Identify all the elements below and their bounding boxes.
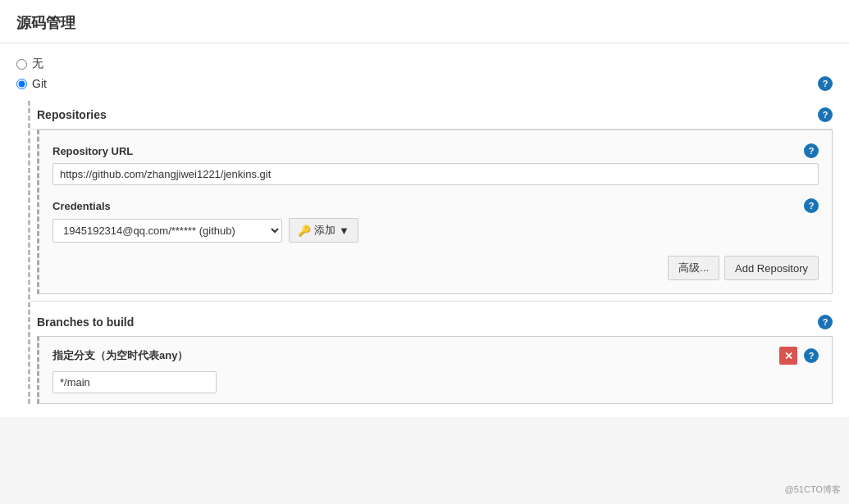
- radio-item-none[interactable]: 无: [16, 57, 833, 71]
- radio-item-git[interactable]: Git: [16, 77, 47, 90]
- repo-buttons-row: 高级... Add Repository: [52, 256, 819, 280]
- radio-git[interactable]: [16, 79, 27, 89]
- page-container: 源码管理 无 Git ? Repositories ?: [0, 0, 849, 417]
- git-help-icon[interactable]: ?: [818, 76, 833, 91]
- repositories-help-icon[interactable]: ?: [818, 107, 833, 122]
- branch-field-header: 指定分支（为空时代表any） ✕ ?: [52, 347, 819, 365]
- repositories-header: Repositories ?: [30, 101, 833, 129]
- scm-radio-group: 无 Git ?: [16, 57, 833, 91]
- repo-url-header: Repository URL ?: [52, 143, 819, 158]
- branch-help-icon[interactable]: ?: [804, 348, 819, 363]
- repo-url-help-icon[interactable]: ?: [804, 143, 819, 158]
- branches-title: Branches to build: [30, 316, 134, 329]
- branch-input[interactable]: [52, 371, 217, 393]
- repositories-title: Repositories: [30, 108, 107, 121]
- credentials-row: 1945192314@qq.com/****** (github) 🔑 添加 ▼: [52, 218, 819, 243]
- credentials-help-icon[interactable]: ?: [804, 198, 819, 213]
- branches-inner: 指定分支（为空时代表any） ✕ ?: [37, 336, 833, 404]
- branches-section: Branches to build ? 指定分支（为空时代表any） ✕ ?: [30, 301, 833, 404]
- delete-branch-button[interactable]: ✕: [779, 347, 797, 365]
- repo-url-group: Repository URL ?: [52, 143, 819, 185]
- branches-header: Branches to build ?: [30, 308, 833, 336]
- add-credentials-button[interactable]: 🔑 添加 ▼: [289, 218, 358, 243]
- radio-git-label[interactable]: Git: [32, 77, 47, 90]
- branch-actions: ✕ ?: [779, 347, 819, 365]
- delete-icon: ✕: [784, 350, 793, 362]
- key-icon: 🔑: [298, 225, 311, 237]
- add-button-label: 添加: [314, 223, 335, 238]
- branches-help-icon[interactable]: ?: [818, 315, 833, 329]
- page-title: 源码管理: [0, 0, 849, 43]
- repositories-box: Repository URL ? Credentials ? 194519231…: [37, 129, 833, 294]
- credentials-select[interactable]: 1945192314@qq.com/****** (github): [52, 219, 282, 243]
- dropdown-arrow-icon: ▼: [339, 225, 349, 237]
- advanced-button[interactable]: 高级...: [668, 256, 719, 280]
- radio-none[interactable]: [16, 59, 27, 70]
- repo-url-input[interactable]: [52, 163, 819, 185]
- git-option-row: Git ?: [16, 76, 833, 91]
- credentials-header: Credentials ?: [52, 198, 819, 213]
- credentials-label: Credentials: [52, 200, 111, 212]
- branch-field-label: 指定分支（为空时代表any）: [52, 348, 188, 363]
- add-repository-button[interactable]: Add Repository: [724, 256, 819, 280]
- git-section: Repositories ? Repository URL ? Credenti…: [28, 101, 833, 404]
- credentials-group: Credentials ? 1945192314@qq.com/****** (…: [52, 198, 819, 243]
- watermark: @51CTO博客: [785, 484, 841, 496]
- radio-none-label[interactable]: 无: [32, 57, 43, 71]
- repo-url-label: Repository URL: [52, 145, 133, 157]
- section-body: 无 Git ? Repositories ?: [0, 43, 849, 417]
